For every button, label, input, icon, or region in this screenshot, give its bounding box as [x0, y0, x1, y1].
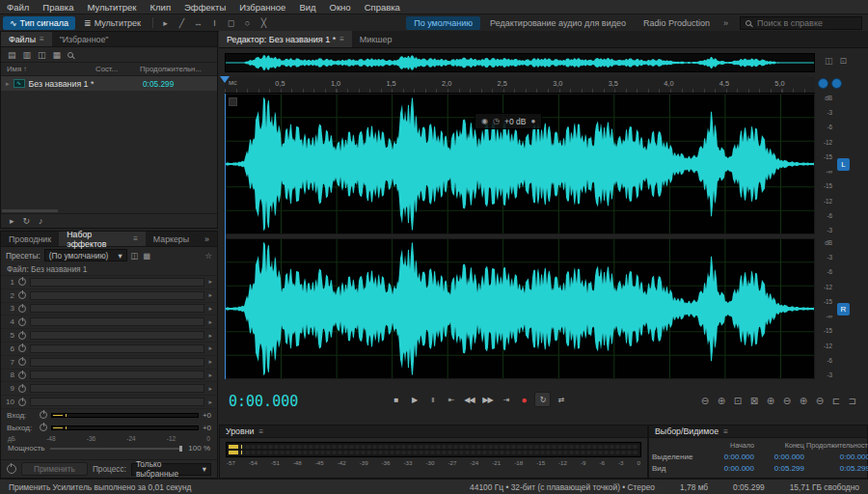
tab-editor[interactable]: Редактор: Без названия 1 * ≡: [219, 31, 352, 47]
menu-item[interactable]: Эффекты: [177, 2, 232, 13]
input-power-icon[interactable]: [40, 411, 47, 419]
menu-item[interactable]: Файл: [0, 2, 36, 13]
effect-slot-well[interactable]: [30, 398, 204, 406]
effect-slot-well[interactable]: [30, 317, 204, 326]
slot-arrow-icon[interactable]: ▸: [208, 371, 212, 379]
overview-zoom-icon[interactable]: ⊡: [840, 56, 848, 66]
workspace-tab[interactable]: Radio Production: [636, 16, 718, 30]
brush-tool-icon[interactable]: ╳: [257, 18, 271, 28]
power-icon[interactable]: [18, 358, 26, 366]
column-duration[interactable]: Продолжительн...: [140, 65, 211, 73]
panel-menu-icon[interactable]: ≡: [723, 427, 728, 436]
right-channel-icon[interactable]: [831, 78, 842, 89]
loop-playback-button[interactable]: ↻: [534, 392, 551, 407]
panel-menu-icon[interactable]: ≡: [40, 35, 44, 43]
zoom-selection-left-button[interactable]: ⊏: [829, 394, 843, 407]
power-icon[interactable]: [18, 305, 26, 313]
slot-arrow-icon[interactable]: ▸: [208, 398, 212, 406]
power-icon[interactable]: [18, 371, 26, 379]
slot-arrow-icon[interactable]: ▸: [208, 332, 212, 340]
tab-effects-rack[interactable]: Набор эффектов ≡: [59, 232, 146, 246]
effect-slot-well[interactable]: [30, 358, 204, 367]
power-icon[interactable]: [18, 278, 26, 286]
effect-slot-well[interactable]: [30, 344, 204, 353]
waveform-channel-right[interactable]: [225, 238, 815, 379]
new-file-icon[interactable]: ◫: [38, 50, 46, 60]
pin-icon[interactable]: ●: [530, 117, 535, 125]
record-button[interactable]: ●: [516, 392, 532, 407]
workspace-tab[interactable]: По умолчанию: [406, 16, 480, 30]
multitrack-view-button[interactable]: ≣ Мультитрек: [77, 16, 148, 30]
move-tool-icon[interactable]: ▸: [158, 18, 173, 28]
view-duration-value[interactable]: 0:05.299: [806, 464, 868, 473]
gain-knob-icon[interactable]: ◉: [481, 117, 488, 125]
tab-favorites[interactable]: "Избранное": [52, 32, 117, 46]
presets-dropdown[interactable]: (По умолчанию) ▾: [44, 249, 127, 261]
slot-arrow-icon[interactable]: ▸: [208, 318, 212, 326]
menu-item[interactable]: Избранное: [232, 2, 292, 13]
selection-start-value[interactable]: 0:00.000: [706, 453, 754, 461]
playhead-handle[interactable]: [220, 76, 230, 88]
selection-end-value[interactable]: 0:00.000: [756, 453, 804, 461]
power-icon[interactable]: [18, 344, 26, 352]
file-row[interactable]: ▸ ∿ Без названия 1 * 0:05.299: [1, 76, 217, 91]
menu-item[interactable]: Мультитрек: [80, 2, 143, 13]
menu-item[interactable]: Справка: [358, 2, 407, 13]
import-file-icon[interactable]: ▤: [8, 50, 16, 60]
zoom-reset-button[interactable]: ⊠: [747, 394, 761, 407]
slot-arrow-icon[interactable]: ▸: [208, 344, 212, 352]
waveform-view-button[interactable]: ∿ Тип сигнала: [3, 16, 75, 30]
time-selection-tool-icon[interactable]: I: [207, 18, 222, 28]
panel-overflow-icon[interactable]: »: [197, 232, 217, 246]
slot-arrow-icon[interactable]: ▸: [208, 291, 212, 299]
zoom-in-horizontal-button[interactable]: ⊕: [764, 394, 777, 407]
files-scrollbar[interactable]: [2, 209, 58, 212]
panel-menu-icon[interactable]: ≡: [258, 427, 263, 436]
power-icon[interactable]: [18, 332, 26, 340]
power-icon[interactable]: [18, 291, 26, 299]
right-channel-badge[interactable]: R: [837, 303, 850, 316]
left-channel-icon[interactable]: [818, 78, 828, 89]
effect-slot[interactable]: 1▸: [1, 276, 217, 289]
effect-slot[interactable]: 6▸: [1, 343, 217, 356]
effect-slot[interactable]: 9▸: [1, 382, 217, 396]
files-search-icon[interactable]: [68, 52, 73, 58]
lasso-tool-icon[interactable]: ○: [240, 18, 255, 28]
column-name[interactable]: Имя ↑: [7, 65, 95, 73]
workspace-overflow-icon[interactable]: »: [719, 18, 732, 28]
fast-forward-button[interactable]: ▶▶: [479, 392, 496, 407]
insert-into-multitrack-icon[interactable]: ▦: [53, 50, 62, 60]
zoom-selection-right-button[interactable]: ⊐: [846, 394, 859, 407]
workspace-tab[interactable]: Редактирование аудио для видео: [482, 16, 634, 30]
effect-slot[interactable]: 3▸: [1, 303, 217, 316]
marquee-tool-icon[interactable]: ◻: [224, 18, 238, 28]
view-start-value[interactable]: 0:00.000: [706, 464, 754, 473]
effect-slot-well[interactable]: [30, 384, 204, 393]
power-icon[interactable]: [18, 385, 26, 393]
view-end-value[interactable]: 0:05.299: [756, 464, 804, 473]
tab-markers[interactable]: Маркеры: [146, 232, 197, 246]
loop-playback-icon[interactable]: ↻: [23, 216, 31, 226]
menu-item[interactable]: Клип: [144, 2, 178, 13]
delete-preset-icon[interactable]: ▦: [144, 251, 151, 261]
slip-tool-icon[interactable]: ↔: [191, 18, 205, 28]
panel-menu-icon[interactable]: ≡: [133, 234, 138, 243]
skip-to-end-button[interactable]: ⇥: [498, 392, 514, 407]
menu-item[interactable]: Окно: [323, 2, 358, 13]
mix-slider[interactable]: [50, 448, 182, 450]
column-state[interactable]: Сост...: [95, 65, 140, 73]
effect-slot[interactable]: 2▸: [1, 289, 217, 303]
effect-slot-well[interactable]: [30, 278, 204, 287]
effect-slot-well[interactable]: [30, 304, 204, 313]
output-power-icon[interactable]: [40, 424, 47, 431]
play-button[interactable]: ▶: [406, 392, 422, 407]
overview-settings-icon[interactable]: ◫: [825, 56, 833, 66]
hud-gain-value[interactable]: +0 dB: [504, 117, 526, 126]
effect-slot[interactable]: 4▸: [1, 316, 217, 329]
power-icon[interactable]: [18, 318, 26, 326]
speaker-icon[interactable]: ♪: [39, 216, 43, 226]
stop-button[interactable]: ■: [388, 392, 404, 407]
slot-arrow-icon[interactable]: ▸: [208, 385, 212, 393]
skip-selection-button[interactable]: ⇄: [553, 392, 569, 407]
overview-strip[interactable]: [225, 53, 815, 72]
